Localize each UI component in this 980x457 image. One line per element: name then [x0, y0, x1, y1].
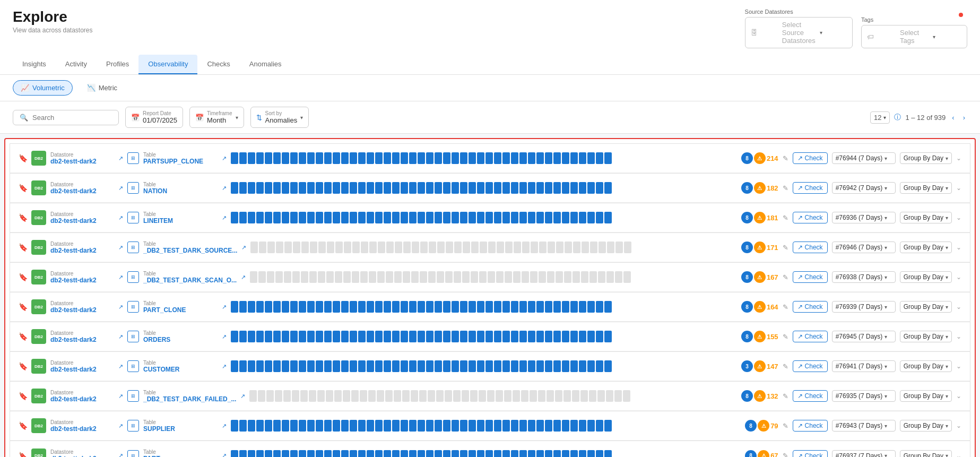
expand-icon[interactable]: ⌄	[956, 154, 961, 162]
external-link-icon[interactable]: ↗	[118, 363, 123, 370]
run-select[interactable]: #76937 (7 Days) ▾	[832, 450, 896, 458]
external-link-icon[interactable]: ↗	[118, 393, 123, 400]
external-link-icon[interactable]: ↗	[222, 333, 227, 340]
search-box[interactable]: 🔍	[13, 110, 119, 125]
bookmark-icon[interactable]: 🔖	[19, 421, 27, 430]
bookmark-icon[interactable]: 🔖	[19, 154, 27, 162]
expand-icon[interactable]: ⌄	[956, 333, 961, 340]
external-link-icon[interactable]: ↗	[118, 185, 123, 192]
run-select[interactable]: #76935 (7 Days) ▾	[832, 390, 896, 402]
group-by-select[interactable]: Group By Day ▾	[900, 152, 952, 164]
bookmark-icon[interactable]: 🔖	[19, 362, 27, 370]
tab-checks[interactable]: Checks	[197, 55, 239, 74]
bookmark-icon[interactable]: 🔖	[19, 213, 27, 222]
external-link-icon[interactable]: ↗	[241, 274, 246, 281]
expand-icon[interactable]: ⌄	[956, 214, 961, 221]
check-button[interactable]: ↗ Check	[793, 450, 828, 458]
edit-icon[interactable]: ✎	[783, 244, 788, 252]
check-button[interactable]: ↗ Check	[793, 242, 828, 253]
table-name[interactable]: PART	[143, 455, 218, 457]
expand-icon[interactable]: ⌄	[956, 452, 961, 458]
table-name[interactable]: SUPPLIER	[143, 425, 218, 433]
group-by-select[interactable]: Group By Day ▾	[900, 360, 952, 372]
table-name[interactable]: LINEITEM	[143, 217, 218, 225]
per-page-select[interactable]: 12 ▾	[870, 111, 890, 124]
run-select[interactable]: #76938 (7 Days) ▾	[832, 271, 896, 283]
datastore-name[interactable]: db2-testt-dark2	[50, 395, 114, 403]
datastore-name[interactable]: db2-testt-dark2	[50, 217, 114, 225]
timeframe-control[interactable]: 📅 Timeframe Month ▾	[189, 107, 244, 128]
check-button[interactable]: ↗ Check	[793, 331, 828, 342]
run-select[interactable]: #76939 (7 Days) ▾	[832, 301, 896, 313]
tab-activity[interactable]: Activity	[56, 55, 97, 74]
datastore-name[interactable]: db2-testt-dark2	[50, 366, 114, 373]
bookmark-icon[interactable]: 🔖	[19, 303, 27, 311]
check-button[interactable]: ↗ Check	[793, 212, 828, 223]
run-select[interactable]: #76945 (7 Days) ▾	[832, 331, 896, 342]
run-select[interactable]: #76943 (7 Days) ▾	[832, 420, 896, 432]
tab-insights[interactable]: Insights	[13, 55, 56, 74]
external-link-icon[interactable]: ↗	[118, 214, 123, 221]
group-by-select[interactable]: Group By Day ▾	[900, 182, 952, 194]
tab-anomalies[interactable]: Anomalies	[240, 55, 291, 74]
group-by-select[interactable]: Group By Day ▾	[900, 242, 952, 253]
expand-icon[interactable]: ⌄	[956, 422, 961, 429]
run-select[interactable]: #76936 (7 Days) ▾	[832, 212, 896, 223]
table-name[interactable]: _DB2_TEST_DARK_SCAN_O...	[143, 277, 237, 284]
check-button[interactable]: ↗ Check	[793, 390, 828, 402]
datastore-name[interactable]: db2-testt-dark2	[50, 158, 114, 165]
tags-select[interactable]: 🏷 Select Tags ▾	[861, 25, 967, 48]
edit-icon[interactable]: ✎	[783, 154, 788, 162]
check-button[interactable]: ↗ Check	[793, 152, 828, 164]
expand-icon[interactable]: ⌄	[956, 273, 961, 281]
external-link-icon[interactable]: ↗	[118, 333, 123, 340]
datastore-name[interactable]: db2-testt-dark2	[50, 187, 114, 195]
edit-icon[interactable]: ✎	[783, 392, 788, 400]
bookmark-icon[interactable]: 🔖	[19, 273, 27, 281]
external-link-icon[interactable]: ↗	[222, 304, 227, 311]
external-link-icon[interactable]: ↗	[118, 155, 123, 162]
group-by-select[interactable]: Group By Day ▾	[900, 331, 952, 342]
run-select[interactable]: #76944 (7 Days) ▾	[832, 152, 896, 164]
external-link-icon[interactable]: ↗	[241, 244, 246, 251]
expand-icon[interactable]: ⌄	[956, 303, 961, 311]
check-button[interactable]: ↗ Check	[793, 182, 828, 194]
edit-icon[interactable]: ✎	[783, 214, 788, 222]
external-link-icon[interactable]: ↗	[222, 452, 227, 457]
datastore-name[interactable]: db2-testt-dark2	[50, 306, 114, 314]
table-name[interactable]: NATION	[143, 187, 218, 195]
expand-icon[interactable]: ⌄	[956, 392, 961, 400]
edit-icon[interactable]: ✎	[783, 452, 788, 457]
expand-icon[interactable]: ⌄	[956, 363, 961, 370]
datastore-name[interactable]: db2-testt-dark2	[50, 425, 114, 433]
table-name[interactable]: CUSTOMER	[143, 366, 218, 373]
external-link-icon[interactable]: ↗	[222, 185, 227, 192]
group-by-select[interactable]: Group By Day ▾	[900, 390, 952, 402]
external-link-icon[interactable]: ↗	[118, 422, 123, 429]
bookmark-icon[interactable]: 🔖	[19, 332, 27, 341]
table-name[interactable]: PARTSUPP_CLONE	[143, 158, 218, 165]
tab-observability[interactable]: Observability	[138, 55, 197, 74]
check-button[interactable]: ↗ Check	[793, 360, 828, 372]
external-link-icon[interactable]: ↗	[118, 274, 123, 281]
datastore-name[interactable]: db2-testt-dark2	[50, 247, 114, 254]
run-select[interactable]: #76942 (7 Days) ▾	[832, 182, 896, 194]
prev-page-button[interactable]: ‹	[950, 111, 956, 124]
sort-control[interactable]: ⇅ Sort by Anomalies ▾	[250, 107, 309, 128]
bookmark-icon[interactable]: 🔖	[19, 243, 27, 252]
check-button[interactable]: ↗ Check	[793, 301, 828, 313]
group-by-select[interactable]: Group By Day ▾	[900, 271, 952, 283]
external-link-icon[interactable]: ↗	[222, 155, 227, 162]
table-name[interactable]: ORDERS	[143, 336, 218, 343]
edit-icon[interactable]: ✎	[783, 273, 788, 281]
external-link-icon[interactable]: ↗	[240, 393, 245, 400]
expand-icon[interactable]: ⌄	[956, 244, 961, 251]
group-by-select[interactable]: Group By Day ▾	[900, 450, 952, 458]
datastore-name[interactable]: db2-testt-dark2	[50, 455, 114, 457]
bookmark-icon[interactable]: 🔖	[19, 452, 27, 458]
edit-icon[interactable]: ✎	[783, 303, 788, 311]
metric-view-button[interactable]: 📉 Metric	[79, 80, 125, 96]
external-link-icon[interactable]: ↗	[118, 304, 123, 311]
report-date-control[interactable]: 📅 Report Date 01/07/2025	[125, 107, 183, 128]
run-select[interactable]: #76941 (7 Days) ▾	[832, 360, 896, 372]
